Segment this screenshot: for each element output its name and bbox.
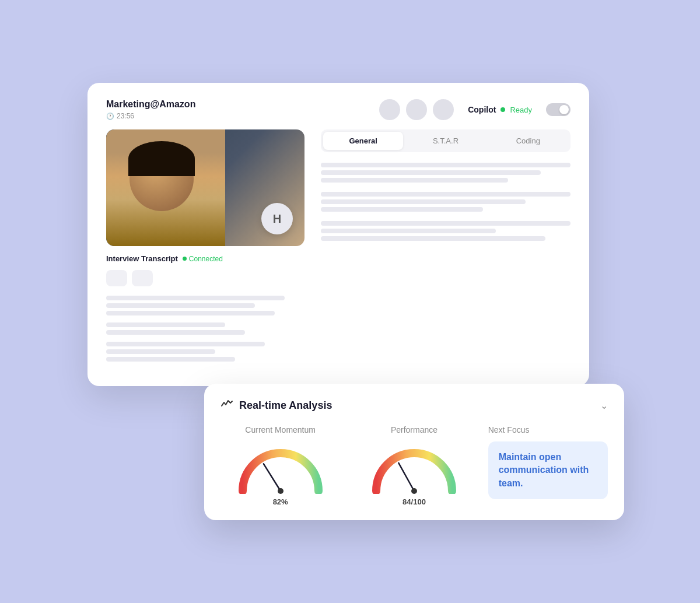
left-col: H Interview Transcript Connected	[106, 129, 304, 369]
next-focus-label: Next Focus	[488, 425, 608, 434]
line	[321, 192, 570, 197]
line	[106, 296, 285, 300]
left-text-lines-2	[106, 322, 304, 335]
participant-h-avatar: H	[261, 203, 293, 234]
tab-general[interactable]: General	[323, 132, 403, 150]
performance-value: 84/100	[402, 497, 426, 506]
timestamp-value: 23:56	[117, 112, 134, 120]
copilot-toggle[interactable]	[546, 103, 570, 116]
small-btn-1[interactable]	[106, 270, 127, 286]
left-text-lines-3	[106, 342, 304, 362]
tab-star[interactable]: S.T.A.R	[405, 132, 485, 150]
ready-text: Ready	[510, 106, 532, 114]
next-focus-box: Maintain open communication with team.	[488, 441, 608, 499]
tab-coding[interactable]: Coding	[488, 132, 568, 150]
left-header: Marketing@Amazon 🕐 23:56	[106, 99, 195, 120]
avatar-circle-2	[406, 99, 427, 120]
line	[106, 303, 255, 308]
line	[321, 163, 570, 167]
copilot-label: Copilot	[468, 105, 496, 114]
momentum-label: Current Momentum	[245, 425, 316, 434]
right-col: General S.T.A.R Coding	[321, 129, 570, 369]
connected-badge: Connected	[183, 255, 223, 263]
line	[106, 349, 215, 354]
main-card: Marketing@Amazon 🕐 23:56 Copilot Ready	[88, 83, 589, 386]
right-section-3	[321, 221, 570, 241]
chevron-down-icon[interactable]: ⌄	[600, 400, 608, 411]
svg-point-2	[278, 488, 284, 494]
header-row: Marketing@Amazon 🕐 23:56 Copilot Ready	[106, 99, 570, 120]
video-container: H	[106, 129, 304, 246]
metrics-row: Current Momentum	[220, 425, 608, 506]
analysis-title-group: Real-time Analysis	[220, 398, 332, 413]
line	[321, 229, 496, 233]
line	[106, 330, 245, 335]
scene: Marketing@Amazon 🕐 23:56 Copilot Ready	[88, 83, 612, 520]
right-section-1	[321, 163, 570, 183]
clock-icon: 🕐	[106, 113, 114, 120]
line	[321, 236, 545, 241]
svg-point-4	[411, 488, 417, 494]
analysis-title: Real-time Analysis	[239, 399, 332, 412]
performance-section: Performance	[354, 425, 474, 506]
copilot-section: Copilot Ready	[468, 105, 532, 114]
line	[321, 199, 526, 204]
status-dot	[501, 107, 505, 112]
timestamp: 🕐 23:56	[106, 112, 195, 120]
transcript-row: Interview Transcript Connected	[106, 254, 304, 263]
company-name: Marketing@Amazon	[106, 99, 195, 110]
left-text-lines	[106, 296, 304, 315]
small-buttons	[106, 270, 304, 286]
line	[106, 311, 275, 315]
momentum-gauge	[234, 441, 327, 494]
line	[321, 207, 483, 212]
line	[106, 322, 225, 327]
line	[321, 221, 570, 226]
connected-dot	[183, 257, 187, 261]
right-header: Copilot Ready	[379, 99, 570, 120]
momentum-section: Current Momentum	[220, 425, 340, 506]
next-focus-section: Next Focus Maintain open communication w…	[488, 425, 608, 499]
connected-text: Connected	[189, 255, 223, 263]
avatar-group	[379, 99, 454, 120]
activity-icon	[220, 398, 233, 413]
avatar-circle-3	[433, 99, 454, 120]
svg-line-1	[264, 464, 281, 491]
momentum-value: 82%	[273, 497, 288, 506]
performance-label: Performance	[391, 425, 438, 434]
analysis-header: Real-time Analysis ⌄	[220, 398, 608, 413]
line	[321, 170, 541, 175]
avatar-circle-1	[379, 99, 400, 120]
line	[321, 178, 508, 183]
next-focus-text: Maintain open communication with team.	[499, 451, 597, 490]
svg-line-3	[398, 463, 414, 491]
transcript-label: Interview Transcript	[106, 254, 178, 263]
tabs-row: General S.T.A.R Coding	[321, 129, 570, 152]
line	[106, 357, 235, 362]
small-btn-2[interactable]	[132, 270, 153, 286]
content-row: H Interview Transcript Connected	[106, 129, 570, 369]
right-section-2	[321, 192, 570, 212]
analysis-card: Real-time Analysis ⌄ Current Momentum	[204, 384, 624, 520]
performance-gauge	[368, 441, 461, 494]
line	[106, 342, 265, 346]
